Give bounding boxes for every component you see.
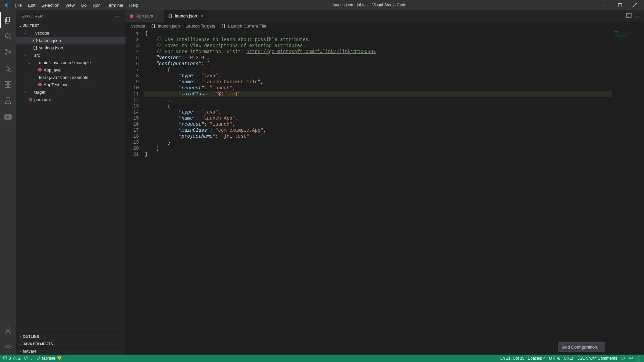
folder-item[interactable]: ⌄main\java\com\example: [16, 59, 125, 66]
tab-launch-json[interactable]: {} launch.json ×: [164, 10, 208, 22]
json-file-icon: {}: [168, 13, 173, 19]
chevron-down-icon: ⌄: [23, 53, 28, 57]
section-outline[interactable]: ›OUTLINE: [16, 332, 125, 340]
chevron-right-icon: ›: [182, 24, 183, 29]
status-bell-icon[interactable]: [637, 356, 641, 361]
json-file-icon: {}: [32, 38, 38, 43]
file-item[interactable]: {}launch.json: [16, 37, 125, 44]
status-encoding[interactable]: UTF-8: [549, 356, 560, 361]
code-content[interactable]: { // Use IntelliSense to learn about pos…: [144, 30, 612, 355]
tree-item-label: target: [34, 90, 45, 95]
activitybar-search[interactable]: [0, 28, 16, 44]
status-language[interactable]: JSON with Comments: [578, 356, 617, 361]
gear-icon: [4, 343, 12, 351]
svg-point-2: [5, 34, 9, 38]
tab-app-java[interactable]: App.java ×: [125, 10, 164, 22]
tabbar: App.java × {} launch.json × ⋯: [125, 10, 644, 22]
chevron-right-icon: ›: [17, 342, 23, 346]
minimize-button[interactable]: [598, 0, 612, 10]
explorer-root[interactable]: ⌄ JNI-TEST: [16, 22, 125, 29]
svg-rect-9: [8, 85, 11, 88]
line-gutter: 123456789101112131415161718192021: [125, 30, 144, 355]
breadcrumb-item[interactable]: launch.json: [158, 24, 180, 29]
status-live-share[interactable]: ⌄: [24, 356, 33, 361]
close-button[interactable]: [628, 0, 641, 10]
folder-item[interactable]: ⌄.vscode: [16, 29, 125, 37]
more-actions-icon[interactable]: ⋯: [636, 13, 640, 18]
split-editor-icon[interactable]: [626, 13, 632, 19]
explorer-more-icon[interactable]: ⋯: [115, 13, 120, 19]
file-item[interactable]: ℕpom.xml: [16, 96, 125, 103]
menu-help[interactable]: Help: [126, 1, 141, 9]
menu-run[interactable]: Run: [90, 1, 103, 9]
breadcrumb-item[interactable]: Launch Current File: [228, 24, 266, 29]
status-eol[interactable]: CRLF: [564, 356, 574, 361]
status-feedback-icon[interactable]: [621, 356, 625, 361]
section-java-projects[interactable]: ›JAVA PROJECTS: [16, 340, 125, 347]
activitybar-accounts[interactable]: [0, 322, 16, 338]
breadcrumb-item[interactable]: Launch Targets: [185, 24, 215, 29]
chevron-right-icon: ›: [17, 334, 23, 338]
explorer-title: EXPLORER: [21, 14, 43, 18]
chevron-down-icon: ⌄: [23, 31, 28, 35]
folder-item[interactable]: ⌄test\java\com\example: [16, 74, 125, 81]
activitybar-scm[interactable]: [0, 44, 16, 60]
svg-rect-8: [5, 85, 8, 88]
menu-edit[interactable]: Edit: [25, 1, 38, 9]
svg-rect-0: [603, 5, 607, 5]
folder-item[interactable]: ⌄src: [16, 51, 125, 59]
svg-point-6: [8, 69, 11, 72]
svg-rect-7: [5, 82, 8, 84]
svg-rect-10: [8, 82, 11, 84]
breadcrumb-item[interactable]: .vscode: [130, 24, 145, 29]
activitybar-testing[interactable]: [0, 93, 16, 109]
activitybar-json[interactable]: Json: [0, 109, 16, 125]
account-icon: [4, 326, 12, 334]
section-java-projects-label: JAVA PROJECTS: [23, 342, 53, 346]
file-tree: ⌄.vscode {}launch.json {}settings.json⌄s…: [16, 29, 125, 332]
sync-icon: [36, 356, 41, 361]
run-debug-icon: [4, 64, 12, 73]
menu-selection[interactable]: Selection: [39, 1, 62, 9]
status-ln-col[interactable]: Ln 11, Col 35: [500, 356, 524, 361]
java-file-icon: [129, 13, 134, 19]
vscode-logo-icon: [3, 2, 9, 8]
svg-point-12: [7, 346, 9, 348]
minimap[interactable]: [612, 30, 644, 355]
folder-item[interactable]: ›target: [16, 88, 125, 96]
status-spaces[interactable]: Spaces: 4: [528, 356, 545, 361]
file-item[interactable]: {}settings.json: [16, 44, 125, 51]
file-item[interactable]: AppTest.java: [16, 81, 125, 88]
file-item[interactable]: App.java: [16, 66, 125, 74]
json-file-icon: {}: [221, 24, 226, 29]
add-configuration-button[interactable]: Add Configuration...: [558, 342, 605, 352]
tree-item-label: main\java\com\example: [39, 60, 91, 65]
window-controls: [598, 0, 641, 10]
activitybar-run[interactable]: [0, 60, 16, 77]
tree-item-label: pom.xml: [34, 97, 51, 102]
activitybar-extensions[interactable]: [0, 77, 16, 93]
tab-label: App.java: [136, 13, 153, 18]
editor-body[interactable]: 123456789101112131415161718192021 { // U…: [125, 30, 644, 355]
json-file-icon: {}: [32, 45, 38, 50]
activitybar-settings[interactable]: [0, 338, 16, 355]
status-tabnine[interactable]: tabnine 👎: [36, 356, 61, 361]
tree-item-label: src: [34, 53, 40, 58]
menu-file[interactable]: File: [12, 1, 24, 9]
section-maven[interactable]: ›MAVEN: [16, 347, 125, 355]
close-icon[interactable]: ×: [199, 13, 204, 18]
menu-view[interactable]: View: [63, 1, 77, 9]
chevron-down-icon: ⌄: [17, 24, 23, 28]
breadcrumbs[interactable]: .vscode › {} launch.json › Launch Target…: [125, 22, 644, 30]
menu-go[interactable]: Go: [78, 1, 89, 9]
activitybar-explorer[interactable]: [0, 12, 16, 28]
menubar: File Edit Selection View Go Run Terminal…: [12, 1, 141, 9]
chevron-right-icon: ›: [23, 90, 28, 94]
thumbs-down-icon: 👎: [57, 356, 62, 361]
maximize-button[interactable]: [613, 0, 627, 10]
tree-item-label: settings.json: [39, 45, 63, 50]
menu-terminal[interactable]: Terminal: [104, 1, 126, 9]
status-broadcast-icon[interactable]: [629, 356, 633, 361]
status-errors[interactable]: 0 2: [3, 356, 20, 361]
json-badge-icon: Json: [4, 114, 12, 120]
